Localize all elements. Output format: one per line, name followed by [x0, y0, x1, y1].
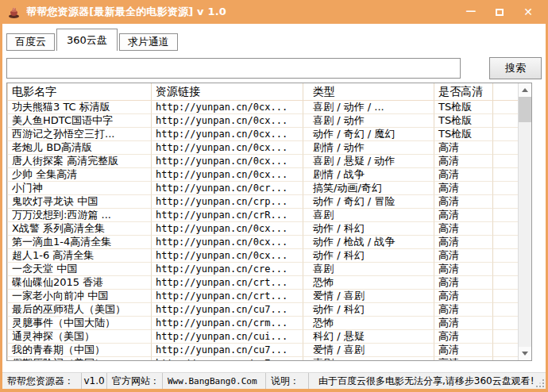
cell-filler [493, 249, 518, 263]
cell-resource-link: http://yunpan.cn/crR... [152, 209, 303, 222]
cell-filler [493, 114, 518, 128]
cell-type: 动作 / 枪战 / 战争 [303, 236, 434, 249]
cell-is-hd: TS枪版 [434, 128, 493, 141]
window-title: 帮帮您资源器[最新最全的电影资源] v 1.0 [26, 5, 226, 19]
column-header-filler [493, 83, 518, 101]
arrow-down-icon [522, 352, 528, 355]
cell-movie-name: 唐人街探案 高清完整版 [7, 155, 152, 168]
status-site-label: 官方网站： [107, 373, 163, 389]
cell-movie-name: 小门神 [7, 182, 152, 195]
search-row: 搜索 [6, 57, 542, 79]
table-row[interactable]: X战警 系列高清全集 http://yunpan.cn/0cx... 动作 / … [7, 222, 518, 236]
table-row[interactable]: 万万没想到:西游篇 ... http://yunpan.cn/crR... 喜剧… [7, 209, 518, 222]
cell-filler [493, 141, 518, 155]
cell-is-hd: 高清 [434, 141, 493, 155]
cell-movie-name: 超人1-6 高清全集 [7, 249, 152, 263]
cell-is-hd: 高清 [434, 155, 493, 168]
cell-type: 喜剧 / 悬疑 / 动作 [303, 155, 434, 168]
cell-filler [493, 236, 518, 249]
table-row[interactable]: 一家老小向前冲 中国 http://yunpan.cn/crt... 爱情 / … [7, 290, 518, 303]
table-row[interactable]: 通灵神探（美国） http://yunpan.cn/cui... 科幻 / 悬疑… [7, 330, 518, 344]
column-header-movie-name[interactable]: 电影名字 [7, 83, 152, 101]
cell-type: 搞笑/动画/奇幻 [303, 182, 434, 195]
cell-resource-link: http://yunpan.cn/0cx... [152, 168, 303, 182]
cell-is-hd: 高清 [434, 209, 493, 222]
vertical-scrollbar[interactable] [518, 83, 531, 360]
cell-resource-link: http://yunpan.cn/0cx... [152, 128, 303, 141]
cell-is-hd: 高清 [434, 357, 493, 360]
cell-filler [493, 317, 518, 330]
window-body: 百度云 360云盘 求片通道 搜索 电影名字 资源链接 类型 是否高清 功夫熊猫… [2, 24, 546, 389]
cell-resource-link: http://yunpan.cn/0cx... [152, 222, 303, 236]
table-row[interactable]: 碟仙碟仙2015 香港 http://yunpan.cn/crt... 恐怖 高… [7, 276, 518, 290]
resize-grip-icon[interactable] [542, 386, 544, 387]
cell-is-hd: 高清 [434, 317, 493, 330]
cell-filler [493, 330, 518, 344]
cell-movie-name: 灵臆事件（中国大陆） [7, 317, 152, 330]
cell-filler [493, 263, 518, 276]
maximize-button[interactable] [491, 4, 508, 20]
column-header-resource-link[interactable]: 资源链接 [152, 83, 303, 101]
cell-type: 剧情 / 动作 [303, 141, 434, 155]
cell-resource-link: http://yunpan.cn/0cx... [152, 101, 303, 114]
table-row[interactable]: 唐人街探案 高清完整版 http://yunpan.cn/0cx... 喜剧 /… [7, 155, 518, 168]
cell-type: 喜剧 / 动作 [303, 114, 434, 128]
cell-filler [493, 276, 518, 290]
table-row[interactable]: 超人1-6 高清全集 http://yunpan.cn/0cx... 动作 / … [7, 249, 518, 263]
status-version: v1.0 [82, 373, 107, 389]
search-button[interactable]: 搜索 [489, 57, 542, 79]
table-row[interactable]: 一念天堂 中国 http://yunpan.cn/cre... 喜剧 高清 [7, 263, 518, 276]
cell-is-hd: TS枪版 [434, 114, 493, 128]
cell-filler [493, 357, 518, 360]
scroll-up-button[interactable] [519, 83, 531, 97]
cell-is-hd: 高清 [434, 344, 493, 357]
cell-is-hd: TS枪版 [434, 101, 493, 114]
cell-movie-name: 碟仙碟仙2015 香港 [7, 276, 152, 290]
status-note-text: 由于百度云很多电影无法分享,请移步360云盘观看! [309, 373, 546, 389]
cell-type: 喜剧 [303, 357, 434, 360]
cell-type: 爱情 / 喜剧 [303, 344, 434, 357]
close-button[interactable]: ✕ [519, 4, 537, 20]
cell-movie-name: 西游记之孙悟空三打... [7, 128, 152, 141]
cell-type: 动作 / 科幻 [303, 303, 434, 317]
cell-resource-link: http://yunpan.cn/0cr... [152, 182, 303, 195]
table-row[interactable]: 美人鱼HDTC国语中字 http://yunpan.cn/0cx... 喜剧 /… [7, 114, 518, 128]
table-row[interactable]: 我的青春期（中国） http://yunpan.cn/cu7... 爱情 / 喜… [7, 344, 518, 357]
cell-type: 喜剧 [303, 209, 434, 222]
cell-is-hd: 高清 [434, 276, 493, 290]
cell-movie-name: 功夫熊猫3 TC 标清版 [7, 101, 152, 114]
table-row[interactable]: 小门神 http://yunpan.cn/0cr... 搞笑/动画/奇幻 高清 [7, 182, 518, 195]
cell-movie-name: 万万没想到:西游篇 ... [7, 209, 152, 222]
cell-filler [493, 290, 518, 303]
table-row[interactable]: 假期历险记（美国） http://yunpan.cn/cu7... 喜剧 高清 [7, 357, 518, 360]
minimize-icon: — [466, 5, 477, 17]
table-row[interactable]: 第一滴血1-4高清全集 http://yunpan.cn/0cx... 动作 /… [7, 236, 518, 249]
tab-360yunpan[interactable]: 360云盘 [56, 29, 118, 51]
tab-request-channel[interactable]: 求片通道 [119, 33, 178, 51]
search-input[interactable] [6, 58, 461, 79]
cell-is-hd: 高清 [434, 195, 493, 209]
table-row[interactable]: 西游记之孙悟空三打... http://yunpan.cn/0cx... 动作 … [7, 128, 518, 141]
status-app-label: 帮帮您资源器： [2, 373, 82, 389]
cell-resource-link: http://yunpan.cn/crt... [152, 290, 303, 303]
column-header-is-hd[interactable]: 是否高清 [434, 83, 493, 101]
table-row[interactable]: 灵臆事件（中国大陆） http://yunpan.cn/crm... 恐怖 高清 [7, 317, 518, 330]
scroll-down-button[interactable] [519, 347, 531, 360]
cell-resource-link: http://yunpan.cn/cu7... [152, 303, 303, 317]
table-row[interactable]: 最后的巫师猎人（美国） http://yunpan.cn/cu7... 动作 /… [7, 303, 518, 317]
table-row[interactable]: 少帅 全集高清 http://yunpan.cn/0cx... 剧情 / 战争 … [7, 168, 518, 182]
scrollbar-thumb[interactable] [519, 97, 531, 122]
minimize-button[interactable]: — [462, 4, 480, 20]
tab-baiduyun[interactable]: 百度云 [6, 33, 55, 51]
cell-filler [493, 155, 518, 168]
arrow-up-icon [522, 88, 528, 92]
cell-resource-link: http://yunpan.cn/crm... [152, 317, 303, 330]
cell-is-hd: 高清 [434, 303, 493, 317]
table-row[interactable]: 功夫熊猫3 TC 标清版 http://yunpan.cn/0cx... 喜剧 … [7, 101, 518, 114]
cell-resource-link: http://yunpan.cn/0cx... [152, 155, 303, 168]
cell-movie-name: 假期历险记（美国） [7, 357, 152, 360]
table-row[interactable]: 鬼吹灯寻龙诀 中国 http://yunpan.cn/crp... 动作 / 奇… [7, 195, 518, 209]
column-header-type[interactable]: 类型 [303, 83, 434, 101]
app-icon [7, 6, 21, 19]
table-row[interactable]: 老炮儿 BD高清版 http://yunpan.cn/0cx... 剧情 / 动… [7, 141, 518, 155]
